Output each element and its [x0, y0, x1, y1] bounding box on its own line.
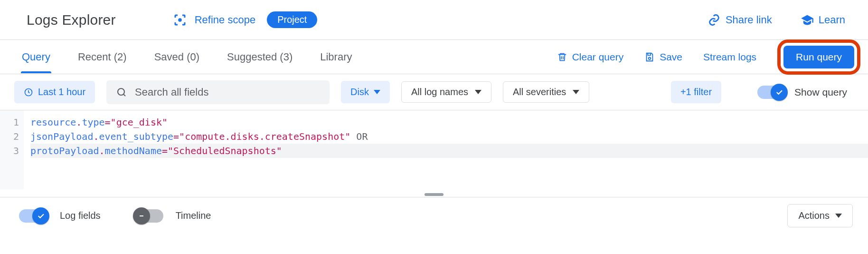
query-editor[interactable]: 1 2 3 resource.type="gce_disk" jsonPaylo…	[0, 110, 868, 189]
actions-button[interactable]: Actions	[787, 204, 853, 227]
filters-bar: Last 1 hour Search all fields Disk All l…	[0, 74, 868, 110]
chevron-down-icon	[475, 90, 481, 94]
scope-icon	[173, 13, 187, 27]
refine-scope-button[interactable]: Refine scope Project	[173, 11, 318, 28]
save-button[interactable]: Save	[644, 51, 682, 63]
learn-button[interactable]: Learn	[801, 13, 845, 27]
search-input[interactable]: Search all fields	[106, 80, 330, 104]
svg-point-3	[118, 88, 124, 95]
search-icon	[116, 87, 127, 98]
share-link-button[interactable]: Share link	[708, 13, 772, 27]
line-number: 1	[0, 115, 19, 129]
show-query-toggle[interactable]	[757, 86, 786, 99]
chevron-down-icon	[374, 90, 380, 94]
tab-saved[interactable]: Saved (0)	[151, 41, 202, 73]
results-toolbar: Log fields Timeline Actions	[0, 197, 868, 234]
resource-filter-chip[interactable]: Disk	[341, 81, 390, 103]
resize-handle[interactable]	[0, 189, 868, 197]
code-line: protoPayload.methodName="ScheduledSnapsh…	[30, 144, 868, 158]
severities-label: All severities	[513, 87, 566, 98]
code-line: resource.type="gce_disk"	[30, 115, 868, 129]
clear-query-button[interactable]: Clear query	[557, 51, 624, 63]
search-placeholder: Search all fields	[135, 86, 208, 98]
log-fields-label: Log fields	[60, 210, 101, 221]
learn-icon	[801, 13, 814, 27]
line-number: 3	[0, 144, 19, 158]
run-query-highlight: Run query	[777, 39, 860, 75]
learn-label: Learn	[819, 14, 845, 26]
time-range-label: Last 1 hour	[38, 87, 85, 98]
save-label: Save	[660, 51, 682, 63]
svg-point-0	[178, 18, 182, 22]
actions-label: Actions	[798, 210, 830, 221]
header-bar: Logs Explorer Refine scope Project Share…	[0, 0, 868, 40]
link-icon	[708, 13, 721, 27]
stream-logs-label: Stream logs	[703, 51, 756, 63]
severities-filter[interactable]: All severities	[503, 81, 589, 103]
tabs-bar: Query Recent (2) Saved (0) Suggested (3)…	[0, 40, 868, 74]
log-names-label: All log names	[411, 87, 468, 98]
save-icon	[644, 52, 655, 62]
extra-filter-chip[interactable]: +1 filter	[671, 81, 721, 103]
code-line: jsonPayload.event_subtype="compute.disks…	[30, 129, 868, 144]
share-link-label: Share link	[726, 14, 772, 26]
chevron-down-icon	[573, 90, 579, 94]
page-title: Logs Explorer	[27, 12, 116, 28]
line-gutter: 1 2 3	[0, 110, 24, 189]
time-range-chip[interactable]: Last 1 hour	[14, 81, 95, 103]
code-content: resource.type="gce_disk" jsonPayload.eve…	[24, 110, 868, 189]
tab-query[interactable]: Query	[19, 41, 53, 73]
tab-recent[interactable]: Recent (2)	[75, 41, 130, 73]
refine-scope-label: Refine scope	[195, 14, 255, 26]
clear-query-label: Clear query	[572, 51, 624, 63]
chevron-down-icon	[835, 214, 842, 218]
log-names-filter[interactable]: All log names	[401, 81, 491, 103]
svg-point-1	[649, 57, 651, 59]
run-query-button[interactable]: Run query	[783, 46, 854, 68]
log-fields-toggle[interactable]	[19, 209, 47, 223]
dash-icon	[133, 207, 150, 225]
timeline-label: Timeline	[176, 210, 211, 221]
show-query-toggle-group: Show query	[757, 86, 847, 99]
stream-logs-button[interactable]: Stream logs	[703, 51, 756, 63]
check-icon	[771, 84, 788, 101]
check-icon	[32, 207, 49, 225]
clock-icon	[24, 88, 33, 97]
show-query-label: Show query	[794, 87, 847, 98]
scope-pill: Project	[267, 11, 317, 28]
line-number: 2	[0, 129, 19, 144]
timeline-toggle[interactable]	[135, 209, 163, 223]
tab-suggested[interactable]: Suggested (3)	[224, 41, 295, 73]
tab-library[interactable]: Library	[317, 41, 355, 73]
trash-icon	[557, 52, 567, 62]
resource-filter-label: Disk	[350, 87, 369, 98]
